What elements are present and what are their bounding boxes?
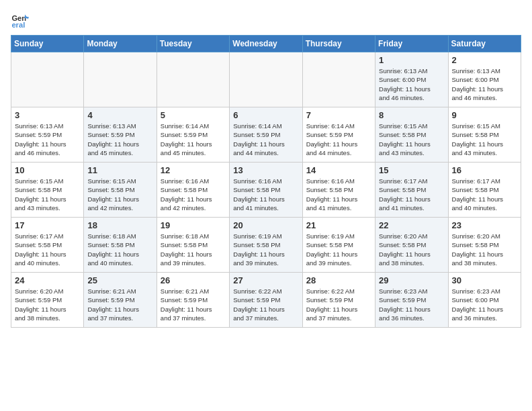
day-number: 3: [15, 110, 80, 120]
day-info: Sunrise: 6:16 AM Sunset: 5:58 PM Dayligh…: [161, 177, 226, 212]
day-info: Sunrise: 6:13 AM Sunset: 5:59 PM Dayligh…: [15, 122, 80, 157]
day-info: Sunrise: 6:14 AM Sunset: 5:59 PM Dayligh…: [233, 122, 298, 157]
calendar-cell: 29Sunrise: 6:23 AM Sunset: 5:59 PM Dayli…: [375, 273, 448, 328]
day-info: Sunrise: 6:15 AM Sunset: 5:58 PM Dayligh…: [15, 177, 80, 212]
day-info: Sunrise: 6:20 AM Sunset: 5:58 PM Dayligh…: [379, 232, 444, 267]
calendar-cell: [11, 52, 84, 107]
day-number: 1: [379, 55, 444, 65]
day-info: Sunrise: 6:22 AM Sunset: 5:59 PM Dayligh…: [233, 287, 298, 322]
day-info: Sunrise: 6:13 AM Sunset: 5:59 PM Dayligh…: [87, 122, 152, 157]
day-number: 27: [233, 275, 298, 285]
logo: Gen eral: [11, 11, 31, 30]
day-number: 15: [379, 165, 444, 175]
calendar-cell: 21Sunrise: 6:19 AM Sunset: 5:58 PM Dayli…: [302, 218, 375, 273]
day-number: 5: [161, 110, 226, 120]
day-info: Sunrise: 6:15 AM Sunset: 5:58 PM Dayligh…: [379, 122, 444, 157]
day-info: Sunrise: 6:17 AM Sunset: 5:58 PM Dayligh…: [379, 177, 444, 212]
day-number: 17: [15, 220, 80, 230]
calendar-cell: 7Sunrise: 6:14 AM Sunset: 5:59 PM Daylig…: [302, 107, 375, 163]
day-info: Sunrise: 6:19 AM Sunset: 5:58 PM Dayligh…: [233, 232, 298, 267]
day-number: 26: [161, 275, 226, 285]
day-info: Sunrise: 6:13 AM Sunset: 6:00 PM Dayligh…: [379, 66, 444, 102]
weekday-header-monday: Monday: [84, 36, 157, 52]
day-number: 7: [306, 110, 371, 120]
calendar-cell: 8Sunrise: 6:15 AM Sunset: 5:58 PM Daylig…: [375, 107, 448, 163]
day-info: Sunrise: 6:22 AM Sunset: 5:59 PM Dayligh…: [306, 287, 371, 322]
calendar-cell: 5Sunrise: 6:14 AM Sunset: 5:59 PM Daylig…: [157, 107, 229, 163]
calendar-cell: 6Sunrise: 6:14 AM Sunset: 5:59 PM Daylig…: [230, 107, 302, 163]
day-number: 9: [452, 110, 517, 120]
calendar-cell: [157, 52, 229, 107]
day-info: Sunrise: 6:14 AM Sunset: 5:59 PM Dayligh…: [161, 122, 226, 157]
day-number: 8: [379, 110, 444, 120]
day-info: Sunrise: 6:17 AM Sunset: 5:58 PM Dayligh…: [15, 232, 80, 267]
day-number: 13: [233, 165, 298, 175]
calendar-cell: 19Sunrise: 6:18 AM Sunset: 5:58 PM Dayli…: [157, 218, 229, 273]
day-number: 4: [87, 110, 152, 120]
calendar-cell: 15Sunrise: 6:17 AM Sunset: 5:58 PM Dayli…: [375, 163, 448, 218]
calendar-cell: 14Sunrise: 6:16 AM Sunset: 5:58 PM Dayli…: [302, 163, 375, 218]
day-info: Sunrise: 6:15 AM Sunset: 5:58 PM Dayligh…: [452, 122, 517, 157]
day-number: 2: [452, 55, 517, 65]
page-header: Gen eral: [11, 11, 521, 30]
day-info: Sunrise: 6:20 AM Sunset: 5:59 PM Dayligh…: [15, 287, 80, 322]
day-number: 22: [379, 220, 444, 230]
weekday-header-sunday: Sunday: [11, 36, 84, 52]
logo-icon: Gen eral: [11, 11, 30, 30]
calendar-cell: 1Sunrise: 6:13 AM Sunset: 6:00 PM Daylig…: [375, 52, 448, 107]
day-number: 18: [87, 220, 152, 230]
day-info: Sunrise: 6:13 AM Sunset: 6:00 PM Dayligh…: [452, 66, 517, 102]
day-info: Sunrise: 6:18 AM Sunset: 5:58 PM Dayligh…: [161, 232, 226, 267]
calendar-cell: 27Sunrise: 6:22 AM Sunset: 5:59 PM Dayli…: [230, 273, 302, 328]
calendar-cell: 28Sunrise: 6:22 AM Sunset: 5:59 PM Dayli…: [302, 273, 375, 328]
calendar-cell: 25Sunrise: 6:21 AM Sunset: 5:59 PM Dayli…: [84, 273, 157, 328]
calendar-cell: 2Sunrise: 6:13 AM Sunset: 6:00 PM Daylig…: [448, 52, 521, 107]
calendar-cell: 24Sunrise: 6:20 AM Sunset: 5:59 PM Dayli…: [11, 273, 84, 328]
day-info: Sunrise: 6:21 AM Sunset: 5:59 PM Dayligh…: [87, 287, 152, 322]
calendar-cell: [302, 52, 375, 107]
calendar-cell: 16Sunrise: 6:17 AM Sunset: 5:58 PM Dayli…: [448, 163, 521, 218]
day-number: 25: [87, 275, 152, 285]
day-info: Sunrise: 6:17 AM Sunset: 5:58 PM Dayligh…: [452, 177, 517, 212]
day-info: Sunrise: 6:14 AM Sunset: 5:59 PM Dayligh…: [306, 122, 371, 157]
day-info: Sunrise: 6:20 AM Sunset: 5:58 PM Dayligh…: [452, 232, 517, 267]
day-number: 6: [233, 110, 298, 120]
calendar-cell: 3Sunrise: 6:13 AM Sunset: 5:59 PM Daylig…: [11, 107, 84, 163]
day-info: Sunrise: 6:16 AM Sunset: 5:58 PM Dayligh…: [233, 177, 298, 212]
day-info: Sunrise: 6:19 AM Sunset: 5:58 PM Dayligh…: [306, 232, 371, 267]
calendar-cell: 23Sunrise: 6:20 AM Sunset: 5:58 PM Dayli…: [448, 218, 521, 273]
day-number: 28: [306, 275, 371, 285]
svg-text:eral: eral: [11, 21, 25, 29]
day-number: 12: [161, 165, 226, 175]
day-number: 20: [233, 220, 298, 230]
day-number: 10: [15, 165, 80, 175]
day-info: Sunrise: 6:18 AM Sunset: 5:58 PM Dayligh…: [87, 232, 152, 267]
day-number: 24: [15, 275, 80, 285]
day-info: Sunrise: 6:23 AM Sunset: 6:00 PM Dayligh…: [452, 287, 517, 322]
calendar-cell: 9Sunrise: 6:15 AM Sunset: 5:58 PM Daylig…: [448, 107, 521, 163]
calendar-cell: 12Sunrise: 6:16 AM Sunset: 5:58 PM Dayli…: [157, 163, 229, 218]
day-number: 11: [87, 165, 152, 175]
calendar-cell: 30Sunrise: 6:23 AM Sunset: 6:00 PM Dayli…: [448, 273, 521, 328]
calendar-cell: 20Sunrise: 6:19 AM Sunset: 5:58 PM Dayli…: [230, 218, 302, 273]
calendar-cell: 17Sunrise: 6:17 AM Sunset: 5:58 PM Dayli…: [11, 218, 84, 273]
calendar-cell: [230, 52, 302, 107]
day-number: 21: [306, 220, 371, 230]
day-number: 16: [452, 165, 517, 175]
calendar-cell: 13Sunrise: 6:16 AM Sunset: 5:58 PM Dayli…: [230, 163, 302, 218]
weekday-header-thursday: Thursday: [302, 36, 375, 52]
calendar-cell: 26Sunrise: 6:21 AM Sunset: 5:59 PM Dayli…: [157, 273, 229, 328]
day-number: 14: [306, 165, 371, 175]
day-info: Sunrise: 6:15 AM Sunset: 5:58 PM Dayligh…: [87, 177, 152, 212]
calendar-cell: 11Sunrise: 6:15 AM Sunset: 5:58 PM Dayli…: [84, 163, 157, 218]
day-number: 29: [379, 275, 444, 285]
day-number: 30: [452, 275, 517, 285]
calendar-cell: 18Sunrise: 6:18 AM Sunset: 5:58 PM Dayli…: [84, 218, 157, 273]
day-info: Sunrise: 6:23 AM Sunset: 5:59 PM Dayligh…: [379, 287, 444, 322]
weekday-header-wednesday: Wednesday: [230, 36, 302, 52]
calendar-cell: 10Sunrise: 6:15 AM Sunset: 5:58 PM Dayli…: [11, 163, 84, 218]
calendar-table: SundayMondayTuesdayWednesdayThursdayFrid…: [11, 35, 521, 328]
calendar-cell: 22Sunrise: 6:20 AM Sunset: 5:58 PM Dayli…: [375, 218, 448, 273]
weekday-header-friday: Friday: [375, 36, 448, 52]
svg-rect-3: [24, 17, 28, 18]
